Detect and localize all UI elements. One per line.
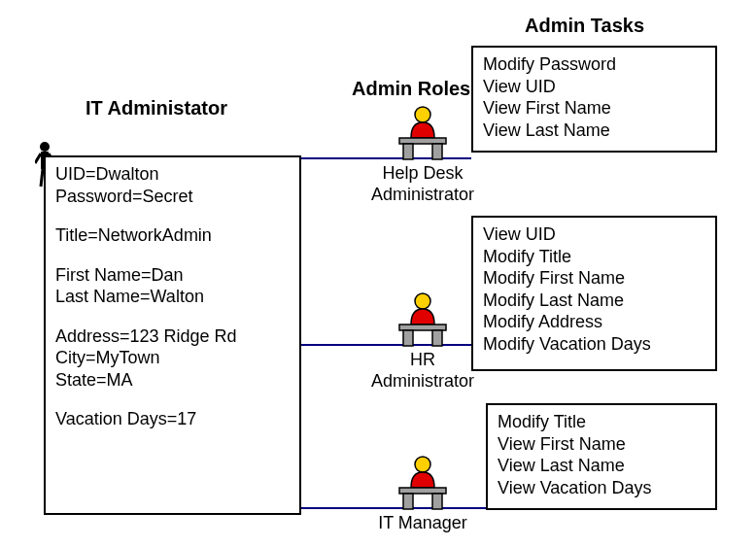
it-task-4: View Vacation Days [498,477,705,499]
field-city: City=MyTown [55,347,290,369]
hr-task-1: View UID [483,223,705,246]
hr-role-icon [395,291,450,348]
helpdesk-tasks-box: Modify Password View UID View First Name… [471,46,717,153]
it-task-1: Modify Title [498,411,705,433]
helpdesk-task-3: View First Name [483,97,705,120]
helpdesk-label-2: Administrator [369,185,476,205]
field-vacation: Vacation Days=17 [55,408,290,430]
svg-rect-15 [403,330,413,346]
helpdesk-label-1: Help Desk [369,163,476,184]
svg-rect-20 [432,494,442,509]
hr-task-6: Modify Vacation Days [483,333,705,356]
field-title: Title=NetworkAdmin [55,224,290,247]
svg-rect-14 [399,325,446,330]
it-task-3: View Last Name [498,455,705,477]
hr-label-2: Administrator [369,371,476,392]
field-last-name: Last Name=Walton [55,286,290,308]
field-password: Password=Secret [55,186,290,208]
svg-point-3 [40,142,50,152]
hr-label-1: HR [384,350,462,370]
field-first-name: First Name=Dan [55,264,290,287]
svg-line-7 [41,169,43,187]
it-task-2: View First Name [498,433,705,456]
hr-task-4: Modify Last Name [483,290,705,312]
svg-rect-10 [399,138,446,144]
hr-task-3: Modify First Name [483,267,705,290]
field-state: State=MA [55,369,290,392]
svg-point-9 [415,107,430,122]
helpdesk-role-icon [395,105,450,161]
svg-rect-11 [403,144,413,159]
heading-it-admin: IT Administator [86,97,227,120]
svg-rect-12 [432,144,442,159]
hr-task-2: Modify Title [483,246,705,268]
svg-rect-16 [432,330,442,346]
heading-admin-tasks: Admin Tasks [525,15,644,37]
itmanager-role-icon [395,455,450,511]
svg-point-13 [415,293,430,309]
itmanager-tasks-box: Modify Title View First Name View Last N… [486,403,717,510]
svg-point-17 [415,457,430,472]
helpdesk-task-4: View Last Name [483,120,705,142]
helpdesk-task-1: Modify Password [483,53,705,76]
svg-line-5 [35,154,41,163]
svg-rect-19 [403,494,413,509]
field-uid: UID=Dwalton [55,163,290,186]
it-admin-box: UID=Dwalton Password=Secret Title=Networ… [44,155,301,515]
itmanager-label-1: IT Manager [369,513,476,533]
hr-tasks-box: View UID Modify Title Modify First Name … [471,216,717,371]
svg-rect-18 [399,488,446,494]
helpdesk-task-2: View UID [483,76,705,98]
heading-admin-roles: Admin Roles [352,78,470,100]
field-address: Address=123 Ridge Rd [55,325,290,348]
hr-task-5: Modify Address [483,311,705,333]
